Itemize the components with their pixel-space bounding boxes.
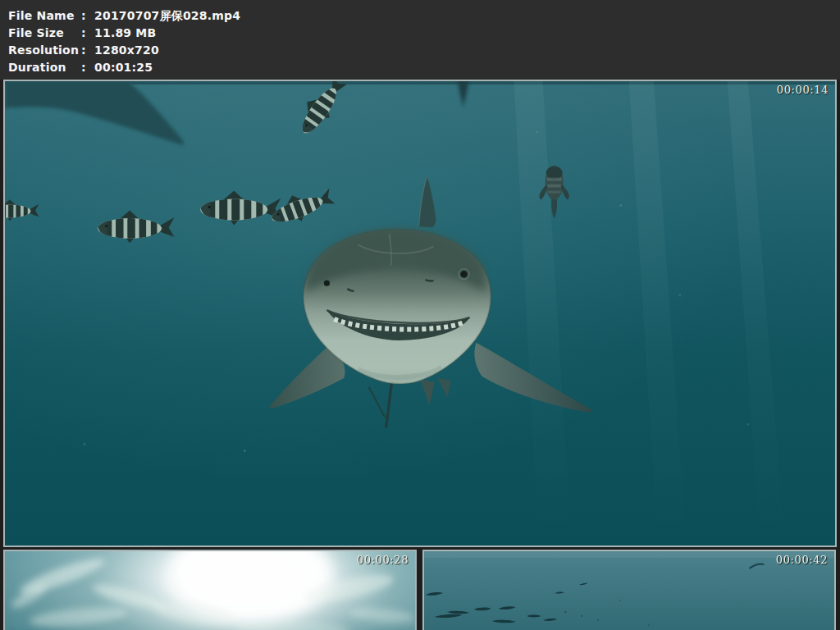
shark-right-eye [460, 271, 467, 277]
timestamp-overlay: 00:00:28 [357, 554, 409, 566]
resolution-label: Resolution [8, 42, 81, 59]
main-preview-frame[interactable]: 00:00:14 [3, 80, 837, 547]
resolution-value: 1280x720 [94, 42, 159, 59]
shark-left-eye [324, 281, 330, 286]
thumbnail-frame-2[interactable]: 00:00:42 [422, 550, 836, 630]
duration-label: Duration [8, 59, 81, 76]
timestamp-overlay: 00:00:42 [776, 554, 828, 566]
resolution-row: Resolution:1280x720 [8, 42, 840, 59]
thumbnail-strip: 00:00:28 [3, 550, 836, 630]
timestamp-overlay: 00:00:14 [777, 84, 829, 96]
underwater-shark-scene [5, 81, 835, 546]
fish-school-scene [424, 551, 834, 630]
file-size-value: 11.89 MB [94, 25, 156, 42]
file-info-panel: File Name:20170707屏保028.mp4 File Size:11… [0, 0, 840, 80]
thumbnail-frame-1[interactable]: 00:00:28 [3, 550, 417, 630]
file-name-row: File Name:20170707屏保028.mp4 [8, 7, 840, 25]
sunlight-water-scene [5, 551, 415, 630]
file-name-value: 20170707屏保028.mp4 [94, 7, 240, 25]
duration-row: Duration:00:01:25 [8, 59, 840, 76]
file-name-label: File Name [8, 7, 81, 25]
duration-value: 00:01:25 [94, 59, 153, 76]
file-size-row: File Size:11.89 MB [8, 25, 840, 42]
file-size-label: File Size [8, 25, 81, 42]
